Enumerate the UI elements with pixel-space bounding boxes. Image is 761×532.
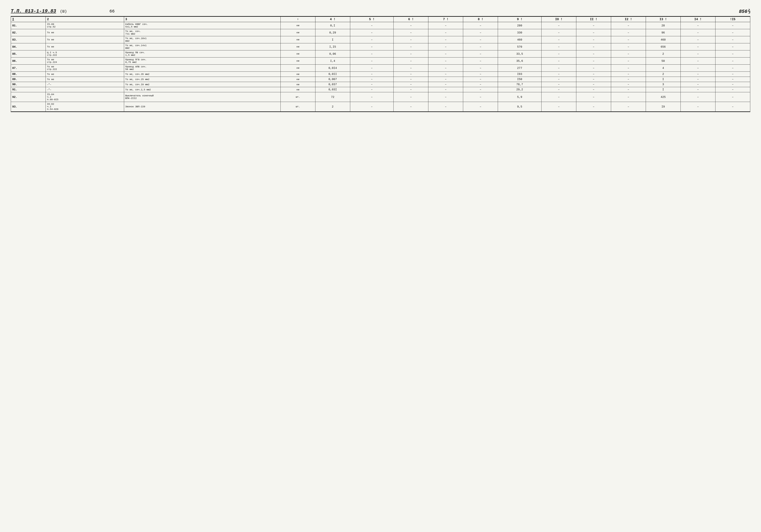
col-header-2: 2	[46, 17, 124, 22]
cell-r5-c2: Провод ПГВ сеч.0,75 мм2	[124, 58, 280, 65]
cell-r8-c7: –	[428, 77, 463, 82]
cell-r6-c4: 0,0I4	[315, 65, 350, 72]
cell-r3-c15: –	[715, 43, 750, 50]
col-header-10: IO !	[541, 17, 576, 22]
cell-r1-c12: –	[611, 29, 646, 36]
table-row: 83.То жеТо же, сеч.10х1мм2кмI––––460–––4…	[11, 36, 750, 43]
cell-r5-c12: –	[611, 58, 646, 65]
cell-r6-c2: Провод АПВ сеч.50 мм2	[124, 65, 280, 72]
cell-r3-c11: –	[576, 43, 611, 50]
cell-r8-c10: –	[541, 77, 576, 82]
cell-r5-c6: –	[394, 58, 428, 65]
cell-r9-c13: 3	[646, 82, 680, 87]
cell-r4-c11: –	[576, 50, 611, 58]
cell-r7-c6: –	[394, 72, 428, 77]
cell-r7-c0: 88.	[11, 72, 46, 77]
cell-r9-c2: То же, сеч.I0 мм2	[124, 82, 280, 87]
cell-r1-c8: –	[463, 29, 498, 36]
cell-r0-c11: –	[576, 22, 611, 29]
cell-r1-c10: –	[541, 29, 576, 36]
col-header-15: !I5	[715, 17, 750, 22]
cell-r11-c10: –	[541, 92, 576, 102]
cell-r10-c1: –"–	[46, 87, 124, 92]
cell-r6-c12: –	[611, 65, 646, 72]
cell-r7-c12: –	[611, 72, 646, 77]
cell-r2-c2: То же, сеч.10х1мм2	[124, 36, 280, 43]
cell-r8-c2: То же, сеч.25 мм2	[124, 77, 280, 82]
cell-r6-c15: –	[715, 65, 750, 72]
col-header-1: I	[11, 17, 46, 22]
cell-r4-c0: 85.	[11, 50, 46, 58]
cell-r0-c2: Кабель КВВГ сеч.5х1,5 мм2	[124, 22, 280, 29]
cell-r3-c6: –	[394, 43, 428, 50]
cell-r3-c2: То же, сеч.14х1мм2	[124, 43, 280, 50]
cell-r11-c3: шт.	[280, 92, 315, 102]
col-header-4: 4 !	[315, 17, 350, 22]
cell-r9-c4: 0,037	[315, 82, 350, 87]
cell-r10-c0: 91.	[11, 87, 46, 92]
cell-r12-c12: –	[611, 102, 646, 112]
cell-r4-c7: –	[428, 50, 463, 58]
cell-r8-c11: –	[576, 77, 611, 82]
cell-r3-c9: 570	[498, 43, 542, 50]
cell-r3-c10: –	[541, 43, 576, 50]
cell-r12-c9: 9,5	[498, 102, 542, 112]
cell-r12-c11: –	[576, 102, 611, 112]
page-header: Т.П. 813-1-19.83 (Ш) 66 856⅔	[11, 9, 750, 14]
col-header-14: I4 !	[680, 17, 715, 22]
cell-r2-c8: –	[463, 36, 498, 43]
cell-r11-c7: –	[428, 92, 463, 102]
cell-r6-c1: То жестр.222	[46, 65, 124, 72]
cell-r11-c14: –	[680, 92, 715, 102]
cell-r2-c4: I	[315, 36, 350, 43]
cell-r4-c2: Провод ПВ сеч.1,5 мм2	[124, 50, 280, 58]
cell-r11-c8: –	[463, 92, 498, 102]
cell-r1-c15: –	[715, 29, 750, 36]
col-header-7: 7 !	[428, 17, 463, 22]
cell-r0-c3: км	[280, 22, 315, 29]
cell-r7-c8: –	[463, 72, 498, 77]
cell-r0-c6: –	[394, 22, 428, 29]
cell-r0-c9: 280	[498, 22, 542, 29]
cell-r1-c3: км	[280, 29, 315, 36]
cell-r10-c2: То же, сеч.2,5 мм2	[124, 87, 280, 92]
cell-r7-c5: –	[350, 72, 394, 77]
cell-r7-c15: –	[715, 72, 750, 77]
cell-r12-c2: Звонок ЗВП-220	[124, 102, 280, 112]
header-left: Т.П. 813-1-19.83 (Ш) 66	[11, 9, 115, 14]
cell-r6-c11: –	[576, 65, 611, 72]
cell-r4-c4: 0,06	[315, 50, 350, 58]
cell-r12-c8: –	[463, 102, 498, 112]
cell-r3-c7: –	[428, 43, 463, 50]
cell-r8-c0: 89.	[11, 77, 46, 82]
cell-r0-c13: 28	[646, 22, 680, 29]
cell-r5-c13: 50	[646, 58, 680, 65]
cell-r3-c1: То же	[46, 43, 124, 50]
cell-r3-c0: 84.	[11, 43, 46, 50]
cell-r9-c10: –	[541, 82, 576, 87]
cell-r10-c9: 29,2	[498, 87, 542, 92]
cell-r9-c5: –	[350, 82, 394, 87]
cell-r11-c15: –	[715, 92, 750, 102]
cell-r11-c11: –	[576, 92, 611, 102]
cell-r10-c15: –	[715, 87, 750, 92]
cell-r0-c14: –	[680, 22, 715, 29]
cell-r2-c14: –	[680, 36, 715, 43]
cell-r10-c7: –	[428, 87, 463, 92]
cell-r8-c15: –	[715, 77, 750, 82]
cell-r1-c6: –	[394, 29, 428, 36]
cell-r12-c13: I9	[646, 102, 680, 112]
cell-r2-c9: 460	[498, 36, 542, 43]
cell-r3-c13: 656	[646, 43, 680, 50]
col-header-unit: !	[280, 17, 315, 22]
cell-r10-c6: –	[394, 87, 428, 92]
cell-r11-c0: 92.	[11, 92, 46, 102]
cell-r12-c14: –	[680, 102, 715, 112]
cell-r10-c11: –	[576, 87, 611, 92]
cell-r0-c1: I5-09стр.52	[46, 22, 124, 29]
cell-r9-c15: –	[715, 82, 750, 87]
cell-r6-c10: –	[541, 65, 576, 72]
cell-r11-c1: I5-04ч.Iп.09-0I5	[46, 92, 124, 102]
col-header-13: I3 !	[646, 17, 680, 22]
cell-r1-c4: 0,29	[315, 29, 350, 36]
